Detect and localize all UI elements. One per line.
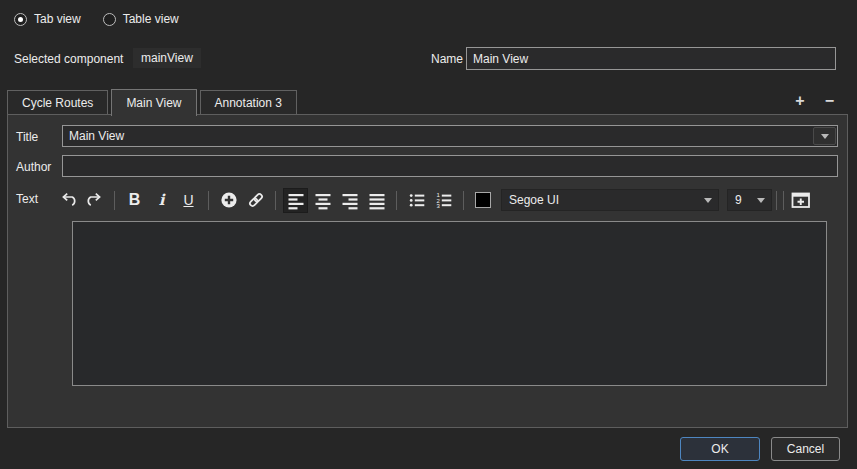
radio-selected-icon (14, 13, 27, 26)
chevron-down-icon (704, 198, 712, 203)
tab-bar: Cycle Routes Main View Annotation 3 + − (7, 88, 848, 115)
align-left-button[interactable] (283, 188, 308, 213)
radio-tab-view-label: Tab view (34, 12, 81, 26)
svg-text:3: 3 (436, 203, 440, 209)
chevron-down-icon (821, 134, 829, 139)
radio-table-view-label: Table view (123, 12, 179, 26)
toolbar-separator (776, 191, 777, 210)
underline-button[interactable]: U (176, 188, 201, 213)
title-combobox (62, 125, 838, 147)
redo-icon (85, 190, 105, 210)
font-family-select[interactable]: Segoe UI (501, 189, 719, 211)
toolbar-separator (783, 191, 784, 210)
toolbar-separator (275, 191, 276, 210)
bold-button[interactable]: B (122, 188, 147, 213)
radio-unselected-icon (103, 13, 116, 26)
author-input[interactable] (62, 155, 838, 177)
author-label: Author (16, 160, 51, 174)
radio-table-view[interactable]: Table view (103, 12, 179, 26)
name-label: Name (431, 52, 463, 66)
ok-button[interactable]: OK (680, 437, 760, 461)
bullet-list-button[interactable] (404, 188, 429, 213)
numbered-list-icon: 1 2 3 (434, 190, 454, 210)
selected-component-value: mainView (133, 48, 201, 68)
font-size-select[interactable]: 9 (727, 189, 772, 211)
toolbar-separator (208, 191, 209, 210)
toolbar-separator (463, 191, 464, 210)
insert-symbol-button[interactable] (216, 188, 241, 213)
radio-tab-view[interactable]: Tab view (14, 12, 81, 26)
link-icon (246, 190, 266, 210)
toolbar-separator (396, 191, 397, 210)
plus-circle-icon (219, 190, 239, 210)
align-justify-button[interactable] (364, 188, 389, 213)
undo-icon (58, 190, 78, 210)
insert-table-button[interactable] (788, 188, 813, 213)
richtext-editor[interactable] (72, 221, 827, 386)
title-label: Title (16, 130, 38, 144)
font-color-swatch (475, 192, 491, 208)
insert-table-icon (790, 190, 812, 210)
toolbar-separator (114, 191, 115, 210)
undo-button[interactable] (55, 188, 80, 213)
tab-tools: + − (793, 95, 848, 115)
title-input[interactable] (63, 126, 812, 146)
cancel-button[interactable]: Cancel (771, 437, 840, 461)
tab-cycle-routes[interactable]: Cycle Routes (7, 90, 108, 115)
text-label: Text (16, 192, 38, 206)
align-right-icon (340, 190, 360, 210)
align-center-icon (313, 190, 333, 210)
richtext-toolbar: B i U (55, 186, 841, 214)
tab-main-view[interactable]: Main View (111, 89, 196, 116)
numbered-list-button[interactable]: 1 2 3 (431, 188, 456, 213)
chevron-down-icon (757, 198, 765, 203)
remove-tab-button[interactable]: − (823, 95, 836, 107)
align-left-icon (286, 190, 306, 210)
font-family-value: Segoe UI (502, 193, 704, 207)
redo-button[interactable] (82, 188, 107, 213)
font-color-button[interactable] (471, 188, 495, 212)
tab-annotation-3[interactable]: Annotation 3 (200, 90, 297, 115)
title-dropdown-button[interactable] (813, 127, 836, 145)
italic-button[interactable]: i (149, 188, 174, 213)
dialog: Tab view Table view Selected component m… (0, 0, 857, 469)
align-center-button[interactable] (310, 188, 335, 213)
hyperlink-button[interactable] (243, 188, 268, 213)
name-input[interactable] (466, 47, 836, 70)
selected-component-label: Selected component (14, 52, 123, 66)
align-justify-icon (367, 190, 387, 210)
align-right-button[interactable] (337, 188, 362, 213)
add-tab-button[interactable]: + (793, 95, 806, 107)
tab-content-panel: Title Author Text B i U (7, 114, 848, 428)
bullet-list-icon (407, 190, 427, 210)
font-size-value: 9 (728, 193, 757, 207)
view-toggle-group: Tab view Table view (14, 12, 179, 26)
